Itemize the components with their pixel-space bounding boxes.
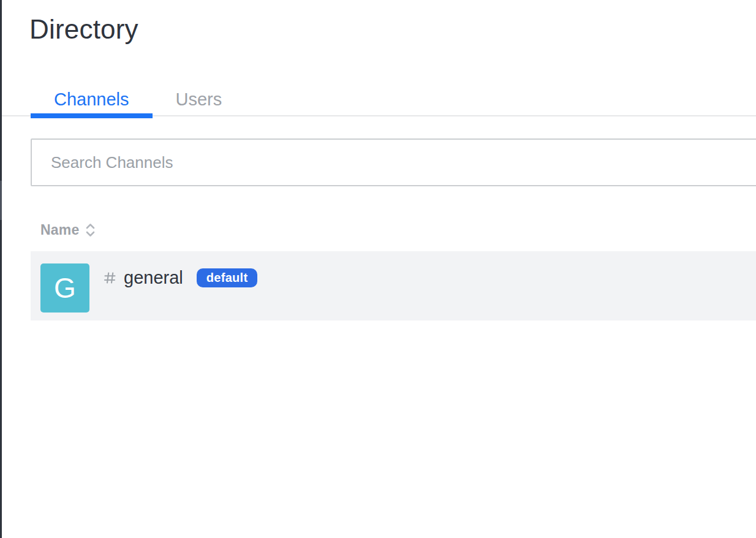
channel-row-general[interactable]: G general default [31,251,756,320]
channel-name: general [124,268,183,288]
tab-channels[interactable]: Channels [31,80,153,118]
tab-channels-label: Channels [54,89,129,110]
channel-avatar: G [40,263,89,313]
tab-users-label: Users [176,89,222,110]
column-header-name-label: Name [40,222,79,238]
tabs-bar: Channels Users [0,80,756,118]
sidebar-scrollbar-thumb [0,181,2,220]
tab-users[interactable]: Users [153,80,246,118]
tabs: Channels Users [31,80,756,118]
hash-icon [103,271,117,285]
channel-avatar-letter: G [54,271,76,305]
column-header-name[interactable]: Name [31,221,756,239]
default-badge: default [197,268,258,287]
page-title: Directory [29,13,756,45]
search-channels-input[interactable] [31,138,756,186]
sidebar-edge [0,0,2,538]
sort-chevrons-icon [85,222,96,238]
channel-row-main: general default [103,267,257,288]
directory-content: Name G general default [31,138,756,320]
